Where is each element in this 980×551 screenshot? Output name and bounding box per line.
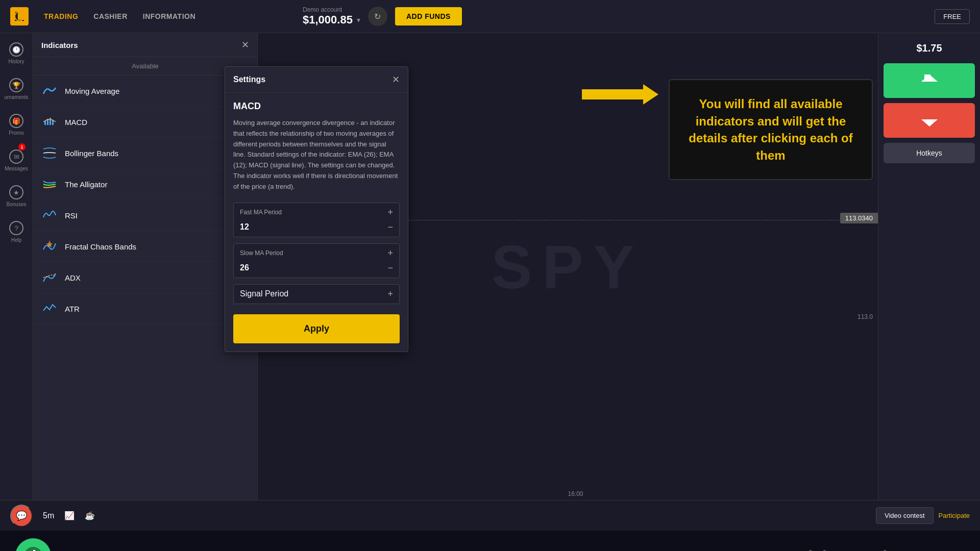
participate-button[interactable]: Participate <box>939 507 970 524</box>
trade-down-button[interactable] <box>884 103 975 138</box>
timeframe-button[interactable]: 5m <box>43 511 54 520</box>
chart-type-line-button[interactable]: 📈 <box>64 511 75 520</box>
slow-ma-value: 26 <box>240 263 249 272</box>
sidebar-item-tournaments[interactable]: 🏆 urnaments <box>0 74 33 105</box>
chat-button[interactable]: 💬 <box>10 505 33 527</box>
account-label: Demo account <box>303 6 360 13</box>
trade-up-button[interactable] <box>884 63 975 98</box>
callout-arrow <box>582 84 658 105</box>
fast-ma-field: Fast MA Period + 12 − <box>233 203 400 237</box>
sidebar-item-bonuses[interactable]: ★ Bonuses <box>0 181 33 212</box>
sidebar-item-history[interactable]: 🕐 History <box>0 38 33 69</box>
fast-ma-minus-button[interactable]: − <box>387 222 393 233</box>
top-navigation: B TRADING CASHIER INFORMATION Demo accou… <box>0 0 980 33</box>
arrow-head <box>643 84 658 105</box>
fast-ma-label-row: Fast MA Period + <box>234 203 399 220</box>
settings-indicator-name: MACD <box>233 101 400 112</box>
signal-period-label: Signal Period <box>240 289 288 298</box>
fast-ma-value-row: 12 − <box>234 220 399 237</box>
tooltip-callout-text: You will find all available indicators a… <box>682 95 859 164</box>
nav-information[interactable]: INFORMATION <box>143 12 195 20</box>
nav-cashier[interactable]: CASHIER <box>93 12 128 20</box>
indicator-item-moving-average[interactable]: Moving Average <box>33 76 257 107</box>
svg-rect-6 <box>50 118 51 125</box>
slow-ma-minus-button[interactable]: − <box>387 263 393 273</box>
indicator-item-bollinger-bands[interactable]: Bollinger Bands <box>33 138 257 169</box>
refresh-button[interactable]: ↻ <box>368 7 387 26</box>
sidebar-item-help[interactable]: ? Help <box>0 217 33 247</box>
svg-marker-8 <box>46 240 53 247</box>
account-balance: $1,000.85 <box>303 13 353 27</box>
fast-ma-value: 12 <box>240 222 249 232</box>
slow-ma-label: Slow MA Period <box>240 249 283 257</box>
indicator-item-rsi[interactable]: RSI <box>33 200 257 231</box>
arrow-body <box>582 89 643 99</box>
logo[interactable]: B <box>10 7 29 26</box>
settings-modal-title: Settings <box>233 75 265 84</box>
indicator-item-alligator[interactable]: The Alligator <box>33 169 257 200</box>
svg-marker-13 <box>921 119 938 127</box>
settings-modal: Settings ✕ MACD Moving average convergen… <box>225 66 408 352</box>
right-panel: $1.75 Hotkeys <box>878 33 980 500</box>
signal-period-field-partial: Signal Period + <box>233 284 400 304</box>
signal-period-plus-button[interactable]: + <box>387 289 393 299</box>
settings-modal-body: MACD Moving average convergence divergen… <box>225 93 408 352</box>
chart-watermark: SPY <box>491 232 644 302</box>
bonus-icon: ★ <box>9 185 23 199</box>
atr-icon <box>41 300 58 317</box>
gift-icon: 🎁 <box>9 114 23 128</box>
indicator-item-atr[interactable]: ATR <box>33 293 257 324</box>
bottom-right-section: Video contest Participate <box>876 507 970 524</box>
indicator-name-fractal-chaos: Fractal Chaos Bands <box>65 242 136 251</box>
fast-ma-label: Fast MA Period <box>240 209 282 216</box>
balance-dropdown-icon[interactable]: ▾ <box>357 16 360 24</box>
indicator-item-macd[interactable]: MACD <box>33 107 257 138</box>
slow-ma-plus-button[interactable]: + <box>387 248 393 259</box>
slow-ma-field: Slow MA Period + 26 − <box>233 243 400 278</box>
indicator-item-fractal-chaos[interactable]: Fractal Chaos Bands <box>33 231 257 262</box>
indicator-name-moving-average: Moving Average <box>65 87 119 95</box>
indicator-item-adx[interactable]: ADX <box>33 262 257 293</box>
chart-type-candle-button[interactable]: ☕ <box>85 511 95 520</box>
sidebar-item-promo[interactable]: 🎁 Promo <box>0 110 33 140</box>
indicator-name-bollinger: Bollinger Bands <box>65 149 118 158</box>
indicators-title: Indicators <box>41 41 78 49</box>
indicators-subheader: Available <box>33 57 257 76</box>
alligator-icon <box>41 176 58 192</box>
svg-rect-4 <box>44 121 46 125</box>
indicator-list: Moving Average MACD <box>33 76 257 500</box>
video-contest-button[interactable]: Video contest <box>876 507 934 524</box>
apply-button[interactable]: Apply <box>233 314 400 343</box>
indicators-panel: Indicators ✕ Available Moving Average <box>33 33 258 500</box>
price-label-bottom: 113.0 <box>857 313 873 320</box>
bollinger-icon <box>41 145 58 161</box>
indicators-close-button[interactable]: ✕ <box>241 39 249 51</box>
nav-links: TRADING CASHIER INFORMATION <box>44 12 195 20</box>
indicator-name-macd: MACD <box>65 118 87 127</box>
binoption-logo <box>15 538 51 551</box>
current-price-display: $1.75 <box>884 38 975 58</box>
sidebar-item-messages[interactable]: ✉ Messages <box>0 145 33 176</box>
settings-indicator-description: Moving average convergence divergence - … <box>233 118 400 192</box>
fractal-chaos-icon <box>41 238 58 255</box>
add-funds-button[interactable]: ADD FUNDS <box>395 7 462 26</box>
slow-ma-label-row: Slow MA Period + <box>234 244 399 261</box>
sidebar-bonuses-label: Bonuses <box>7 202 27 208</box>
macd-icon <box>41 114 58 130</box>
slow-ma-value-row: 26 − <box>234 261 399 278</box>
adx-icon <box>41 269 58 286</box>
hotkeys-button[interactable]: Hotkeys <box>884 143 975 163</box>
free-badge-button[interactable]: FREE <box>935 9 970 24</box>
svg-marker-12 <box>921 74 938 82</box>
indicator-name-rsi: RSI <box>65 211 78 220</box>
binoption-url: www.binoption.net <box>750 547 965 552</box>
fast-ma-plus-button[interactable]: + <box>387 207 393 218</box>
indicators-header: Indicators ✕ <box>33 33 257 57</box>
indicator-name-adx: ADX <box>65 273 81 282</box>
settings-close-button[interactable]: ✕ <box>392 74 400 85</box>
tooltip-callout: You will find all available indicators a… <box>669 79 873 180</box>
time-label: 16:00 <box>568 490 583 497</box>
nav-trading[interactable]: TRADING <box>44 12 78 20</box>
rsi-icon <box>41 207 58 223</box>
sidebar-messages-label: Messages <box>5 166 28 172</box>
